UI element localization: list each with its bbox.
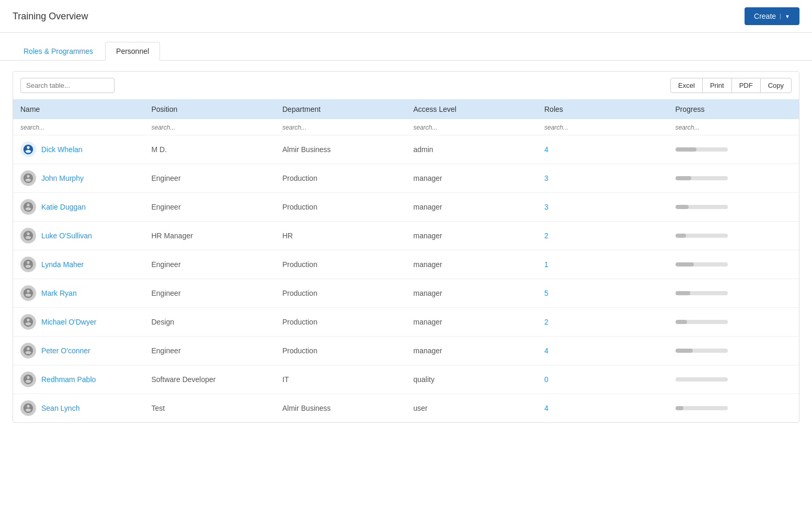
department-cell: IT xyxy=(275,365,406,394)
search-input[interactable] xyxy=(20,78,115,93)
personnel-table: Name Position Department Access Level Ro… xyxy=(13,99,799,422)
person-name-link[interactable]: Katie Duggan xyxy=(41,203,86,211)
table-row: Michael O'DwyerDesignProductionmanager2 xyxy=(13,308,799,337)
table-container: Excel Print PDF Copy Name Position Depar… xyxy=(13,71,799,423)
roles-cell: 0 xyxy=(537,365,668,394)
progress-bar-fill xyxy=(676,349,693,353)
position-cell: Test xyxy=(144,394,276,423)
pdf-button[interactable]: PDF xyxy=(731,78,761,93)
roles-link[interactable]: 2 xyxy=(544,232,548,240)
progress-cell xyxy=(668,222,799,250)
position-cell: HR Manager xyxy=(144,222,276,250)
search-position[interactable] xyxy=(152,124,268,131)
progress-bar xyxy=(676,291,728,295)
progress-bar-fill xyxy=(676,262,694,267)
progress-bar-fill xyxy=(676,147,696,152)
access-level-cell: manager xyxy=(406,222,537,250)
search-name[interactable] xyxy=(20,124,137,131)
person-name-link[interactable]: Luke O'Sullivan xyxy=(41,232,92,240)
roles-link[interactable]: 1 xyxy=(544,260,548,269)
position-cell: Engineer xyxy=(144,193,276,222)
tab-roles-programmes[interactable]: Roles & Programmes xyxy=(13,42,104,61)
col-header-position: Position xyxy=(144,99,276,119)
create-button[interactable]: Create ▼ xyxy=(745,7,799,25)
roles-cell: 2 xyxy=(537,222,668,250)
person-name-link[interactable]: Michael O'Dwyer xyxy=(41,318,96,326)
progress-cell xyxy=(668,365,799,394)
col-header-progress: Progress xyxy=(668,99,799,119)
progress-bar xyxy=(676,176,728,180)
department-cell: HR xyxy=(275,222,406,250)
person-name-link[interactable]: Lynda Maher xyxy=(41,260,84,269)
person-name-link[interactable]: Peter O'conner xyxy=(41,346,90,355)
person-name-link[interactable]: Dick Whelan xyxy=(41,145,83,154)
col-header-roles: Roles xyxy=(537,99,668,119)
avatar xyxy=(20,257,36,272)
col-header-name: Name xyxy=(13,99,144,119)
table-row: Lynda MaherEngineerProductionmanager1 xyxy=(13,250,799,279)
name-cell: Peter O'conner xyxy=(13,337,144,365)
excel-button[interactable]: Excel xyxy=(670,78,703,93)
progress-bar xyxy=(676,234,728,238)
roles-cell: 3 xyxy=(537,164,668,193)
position-cell: Engineer xyxy=(144,337,276,365)
avatar xyxy=(20,285,36,301)
col-header-access-level: Access Level xyxy=(406,99,537,119)
roles-cell: 3 xyxy=(537,193,668,222)
search-access-level[interactable] xyxy=(414,124,530,131)
table-row: Mark RyanEngineerProductionmanager5 xyxy=(13,279,799,308)
table-row: Sean LynchTestAlmir Businessuser4 xyxy=(13,394,799,423)
table-row: Katie DugganEngineerProductionmanager3 xyxy=(13,193,799,222)
search-roles[interactable] xyxy=(544,124,661,131)
top-bar: Training Overview Create ▼ xyxy=(0,0,812,33)
roles-link[interactable]: 4 xyxy=(544,404,548,412)
table-toolbar: Excel Print PDF Copy xyxy=(13,72,799,99)
position-cell: Design xyxy=(144,308,276,337)
roles-link[interactable]: 3 xyxy=(544,174,548,182)
roles-cell: 4 xyxy=(537,135,668,164)
export-buttons: Excel Print PDF Copy xyxy=(671,78,792,93)
department-cell: Production xyxy=(275,337,406,365)
col-header-department: Department xyxy=(275,99,406,119)
tab-personnel[interactable]: Personnel xyxy=(105,42,160,61)
copy-button[interactable]: Copy xyxy=(760,78,792,93)
roles-link[interactable]: 4 xyxy=(544,145,548,154)
progress-bar-fill xyxy=(676,205,689,209)
roles-link[interactable]: 2 xyxy=(544,318,548,326)
main-content: Excel Print PDF Copy Name Position Depar… xyxy=(0,61,812,433)
access-level-cell: quality xyxy=(406,365,537,394)
avatar xyxy=(20,400,36,416)
person-name-link[interactable]: John Murphy xyxy=(41,174,84,182)
roles-link[interactable]: 5 xyxy=(544,289,548,297)
page-title: Training Overview xyxy=(13,11,88,22)
progress-bar xyxy=(676,205,728,209)
progress-cell xyxy=(668,337,799,365)
access-level-cell: admin xyxy=(406,135,537,164)
person-name-link[interactable]: Redhmam Pablo xyxy=(41,375,96,384)
access-level-cell: manager xyxy=(406,308,537,337)
roles-link[interactable]: 0 xyxy=(544,375,548,384)
roles-link[interactable]: 3 xyxy=(544,203,548,211)
progress-bar xyxy=(676,406,728,410)
print-button[interactable]: Print xyxy=(702,78,732,93)
roles-link[interactable]: 4 xyxy=(544,346,548,355)
progress-bar xyxy=(676,320,728,324)
table-header-row: Name Position Department Access Level Ro… xyxy=(13,99,799,119)
avatar xyxy=(20,372,36,387)
department-cell: Production xyxy=(275,279,406,308)
name-cell: Michael O'Dwyer xyxy=(13,308,144,337)
search-progress[interactable] xyxy=(676,124,792,131)
progress-cell xyxy=(668,279,799,308)
person-name-link[interactable]: Mark Ryan xyxy=(41,289,77,297)
position-cell: Software Developer xyxy=(144,365,276,394)
progress-cell xyxy=(668,135,799,164)
access-level-cell: manager xyxy=(406,279,537,308)
progress-bar xyxy=(676,147,728,152)
search-department[interactable] xyxy=(282,124,399,131)
tabs-bar: Roles & Programmes Personnel xyxy=(0,33,812,61)
name-cell: Redhmam Pablo xyxy=(13,365,144,394)
progress-cell xyxy=(668,308,799,337)
person-name-link[interactable]: Sean Lynch xyxy=(41,404,79,412)
access-level-cell: manager xyxy=(406,164,537,193)
roles-cell: 1 xyxy=(537,250,668,279)
